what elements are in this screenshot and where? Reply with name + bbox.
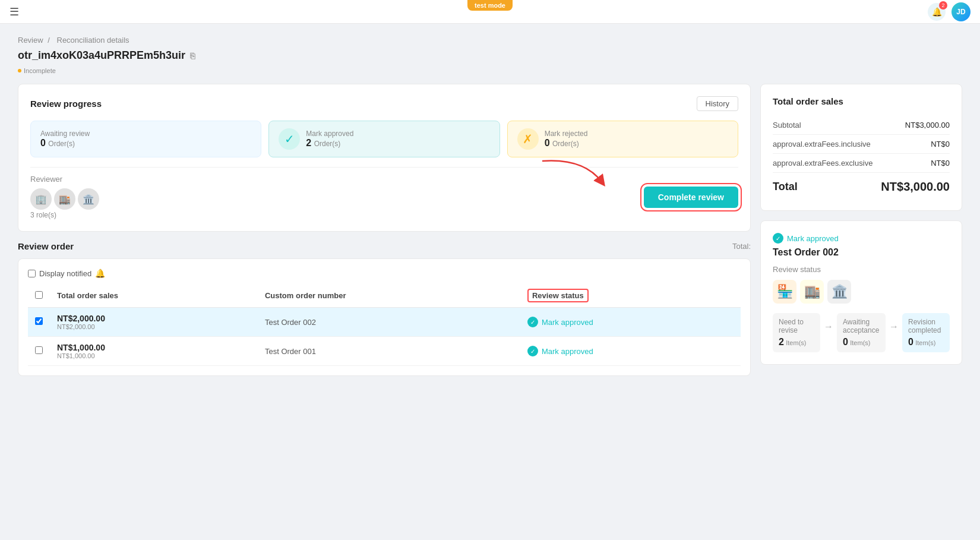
detail-order-title: Test Order 002 — [773, 247, 950, 258]
review-order-card: Display notified 🔔 Total order sales Cus — [18, 258, 751, 376]
th-custom-order: Custom order number — [258, 284, 520, 308]
workflow-arrow-2: → — [889, 321, 899, 332]
status-approved-text: Mark approved — [542, 347, 593, 356]
review-progress-header: Review progress History — [30, 96, 738, 111]
reviewer-area: Reviewer 🏢 🏬 🏛️ 3 role(s) Complete revie… — [30, 167, 738, 219]
reviewer-section: Reviewer 🏢 🏬 🏛️ 3 role(s) Complete revie… — [30, 167, 738, 219]
role-avatars: 🏢 🏬 🏛️ — [30, 188, 99, 210]
awaiting-acceptance-count: 0 — [843, 337, 848, 347]
row-amount-sub: NT$1,000.00 — [57, 352, 251, 359]
totals-section: Subtotal NT$3,000.00 approval.extraFees.… — [773, 116, 950, 198]
need-to-revise-label: Need to revise — [779, 318, 814, 334]
review-progress-card: Review progress History Awaiting review … — [18, 84, 751, 232]
display-notified-row: Display notified 🔔 — [28, 269, 741, 278]
need-to-revise-count: 2 — [779, 337, 784, 347]
notif-count: 2 — [939, 1, 947, 10]
breadcrumb-review[interactable]: Review — [18, 36, 43, 45]
row-amount-sub: NT$2,000.00 — [57, 323, 251, 330]
th-checkbox — [28, 284, 50, 308]
approved-label: Mark approved — [306, 130, 353, 138]
order-table: Total order sales Custom order number Re… — [28, 284, 741, 366]
subtotal-row: Subtotal NT$3,000.00 — [773, 116, 950, 135]
status-dot — [18, 69, 21, 72]
row-order-number: Test Order 002 — [258, 308, 520, 337]
extra-inclusive-row: approval.extraFees.inclusive NT$0 — [773, 135, 950, 154]
status-approved: ✓ Mark approved — [527, 343, 734, 359]
approved-badge: ✓ Mark approved — [773, 233, 950, 244]
left-col: Review progress History Awaiting review … — [18, 84, 751, 386]
extra-inclusive-label: approval.extraFees.inclusive — [773, 140, 871, 149]
status-approved-icon: ✓ — [527, 346, 538, 356]
select-all-checkbox[interactable] — [35, 291, 43, 299]
review-order-title: Review order — [18, 241, 74, 251]
row-checkbox[interactable] — [35, 346, 43, 354]
row-amount-main: NT$2,000.00 — [57, 314, 251, 323]
top-bar: ☰ test mode 🔔 2 JD — [0, 0, 980, 24]
status-approved-text: Mark approved — [542, 318, 593, 327]
reviewer-icon-yellow: 🏬 — [800, 280, 824, 304]
right-col: Total order sales Subtotal NT$3,000.00 a… — [760, 84, 962, 386]
review-progress-title: Review progress — [30, 99, 102, 109]
complete-review-button[interactable]: Complete review — [644, 187, 738, 208]
page-title: otr_im4xoK03a4uPRRPEm5h3uir ⎘ — [18, 49, 962, 62]
revision-completed-count: 0 — [908, 337, 913, 347]
approved-unit: Order(s) — [314, 140, 341, 148]
role-avatar-2: 🏬 — [54, 188, 75, 210]
row-checkbox-cell — [28, 308, 50, 337]
total-label-right: Total — [773, 181, 798, 193]
history-button[interactable]: History — [697, 96, 738, 111]
row-amount-main: NT$1,000.00 — [57, 343, 251, 352]
copy-icon[interactable]: ⎘ — [190, 51, 195, 61]
row-checkbox-cell — [28, 337, 50, 366]
th-total-sales: Total order sales — [50, 284, 258, 308]
total-value: NT$3,000.00 — [881, 180, 950, 194]
status-badge: Incomplete — [18, 67, 56, 74]
row-amount-cell: NT$2,000.00 NT$2,000.00 — [50, 308, 258, 337]
display-notified-checkbox[interactable] — [28, 270, 36, 277]
display-notified-label: Display notified — [39, 269, 91, 278]
subtotal-value: NT$3,000.00 — [905, 121, 950, 130]
top-bar-right: 🔔 2 JD — [928, 2, 970, 21]
th-review-status: Review status — [520, 284, 741, 308]
rejected-icon: ✗ — [517, 128, 539, 150]
workflow-arrow-1: → — [824, 321, 833, 332]
reviewer-icons: 🏪 🏬 🏛️ — [773, 280, 950, 304]
review-stats: Awaiting review 0 Order(s) ✓ Mark approv… — [30, 121, 738, 157]
rejected-unit: Order(s) — [552, 140, 579, 148]
revision-workflow: Need to revise 2 Item(s) → Awaiting acce… — [773, 313, 950, 352]
row-status-cell: ✓ Mark approved — [520, 308, 741, 337]
top-bar-left: ☰ — [10, 5, 19, 18]
table-row[interactable]: NT$1,000.00 NT$1,000.00 Test Order 001 ✓… — [28, 337, 741, 366]
awaiting-label: Awaiting review — [40, 130, 90, 138]
status-text: Incomplete — [24, 67, 56, 74]
hamburger-menu[interactable]: ☰ — [10, 5, 19, 18]
two-col-layout: Review progress History Awaiting review … — [18, 84, 962, 386]
awaiting-acceptance-step: Awaiting acceptance 0 Item(s) — [837, 313, 886, 352]
awaiting-acceptance-unit: Item(s) — [850, 339, 870, 346]
notification-bell[interactable]: 🔔 2 — [928, 3, 946, 21]
approved-badge-text: Mark approved — [787, 234, 839, 243]
main-content: Review / Reconciliation details otr_im4x… — [0, 24, 980, 397]
review-order-section: Review order Total: Display notified 🔔 — [18, 241, 751, 376]
need-to-revise-step: Need to revise 2 Item(s) — [773, 313, 820, 352]
row-checkbox[interactable] — [35, 317, 43, 325]
awaiting-acceptance-label: Awaiting acceptance — [843, 318, 880, 334]
approved-icon: ✓ — [279, 128, 300, 150]
breadcrumb: Review / Reconciliation details — [18, 36, 962, 45]
total-row: Total NT$3,000.00 — [773, 173, 950, 198]
subtotal-label: Subtotal — [773, 121, 801, 130]
status-approved: ✓ Mark approved — [527, 314, 734, 330]
approved-badge-icon: ✓ — [773, 233, 783, 244]
extra-exclusive-value: NT$0 — [931, 159, 950, 168]
table-row[interactable]: NT$2,000.00 NT$2,000.00 Test Order 002 ✓… — [28, 308, 741, 337]
detail-review-status-label: Review status — [773, 265, 950, 274]
breadcrumb-reconciliation: Reconciliation details — [57, 36, 129, 45]
total-label: Total: — [732, 242, 751, 251]
roles-text: 3 role(s) — [30, 211, 99, 219]
user-avatar[interactable]: JD — [951, 2, 970, 21]
total-sales-title: Total order sales — [773, 96, 950, 106]
awaiting-stat: Awaiting review 0 Order(s) — [30, 121, 261, 157]
role-avatar-1: 🏢 — [30, 188, 52, 210]
revision-completed-label: Revision completed — [908, 318, 944, 334]
test-mode-badge: test mode — [467, 0, 513, 11]
